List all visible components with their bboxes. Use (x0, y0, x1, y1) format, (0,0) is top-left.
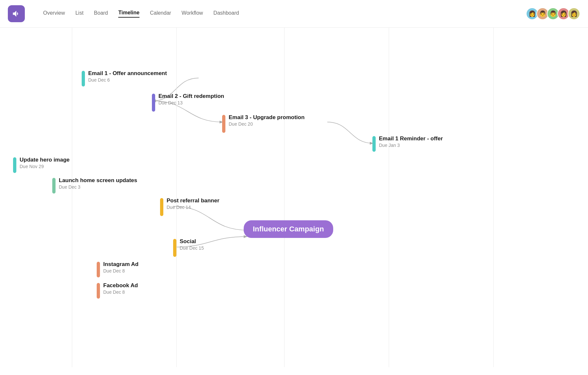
header: OverviewListBoardTimelineCalendarWorkflo… (0, 0, 588, 28)
task-item-email3[interactable]: Email 3 - Upgrade promotionDue Dec 20 (222, 114, 304, 133)
task-bar-facebook (97, 283, 100, 299)
task-item-email1r[interactable]: Email 1 Reminder - offerDue Jan 3 (372, 135, 443, 152)
task-bar-email1 (82, 71, 85, 86)
app-container: OverviewListBoardTimelineCalendarWorkflo… (0, 0, 588, 367)
task-due-email1: Due Dec 6 (88, 77, 167, 83)
avatar-user5: 👩 (568, 8, 580, 20)
nav-item-dashboard[interactable]: Dashboard (213, 10, 239, 17)
megaphone-icon (12, 9, 21, 18)
task-item-instagram[interactable]: Instagram AdDue Dec 8 (97, 261, 139, 277)
task-name-referral: Post referral banner (167, 197, 220, 204)
task-item-launch[interactable]: Launch home screen updatesDue Dec 3 (52, 177, 137, 194)
task-bar-instagram (97, 262, 100, 277)
task-name-launch: Launch home screen updates (59, 177, 137, 184)
task-due-email3: Due Dec 20 (229, 121, 304, 127)
task-due-referral: Due Dec 14 (167, 205, 220, 210)
task-name-facebook: Facebook Ad (103, 282, 138, 289)
task-name-instagram: Instagram Ad (103, 261, 139, 268)
nav-item-workflow[interactable]: Workflow (182, 10, 203, 17)
task-due-email2: Due Dec 13 (158, 100, 224, 105)
task-name-email1: Email 1 - Offer announcement (88, 70, 167, 77)
task-name-hero: Update hero image (20, 157, 70, 163)
task-item-email1[interactable]: Email 1 - Offer announcementDue Dec 6 (82, 70, 167, 86)
task-item-referral[interactable]: Post referral bannerDue Dec 14 (160, 197, 220, 216)
task-bar-hero (13, 157, 16, 173)
timeline-area: Email 1 - Offer announcementDue Dec 6Ema… (0, 28, 588, 367)
avatar-group: 👩👨👨👩👩 (526, 8, 580, 20)
task-bar-launch (52, 178, 56, 194)
task-bar-email1r (372, 136, 376, 152)
task-name-social: Social (180, 238, 204, 245)
arrow-email3-reminder (327, 122, 373, 143)
nav-item-list[interactable]: List (75, 10, 84, 17)
task-due-hero: Due Nov 29 (20, 164, 70, 169)
task-item-email2[interactable]: Email 2 - Gift redemptionDue Dec 13 (152, 93, 224, 112)
task-item-hero[interactable]: Update hero imageDue Nov 29 (13, 157, 70, 173)
grid-line (72, 28, 72, 367)
influencer-campaign-badge[interactable]: Influencer Campaign (244, 220, 333, 238)
task-due-launch: Due Dec 3 (59, 184, 137, 190)
nav-item-timeline[interactable]: Timeline (118, 10, 139, 18)
task-due-email1r: Due Jan 3 (379, 143, 443, 148)
task-item-social[interactable]: SocialDue Dec 15 (173, 238, 204, 257)
logo (8, 5, 25, 22)
task-bar-social (173, 239, 176, 257)
task-name-email2: Email 2 - Gift redemption (158, 93, 224, 100)
task-bar-email3 (222, 115, 225, 133)
nav-item-overview[interactable]: Overview (43, 10, 65, 17)
task-bar-referral (160, 198, 163, 216)
task-item-facebook[interactable]: Facebook AdDue Dec 8 (97, 282, 138, 299)
task-due-facebook: Due Dec 8 (103, 289, 138, 295)
main-nav: OverviewListBoardTimelineCalendarWorkflo… (43, 10, 239, 18)
nav-item-board[interactable]: Board (94, 10, 108, 17)
grid-line (389, 28, 389, 367)
grid-line (493, 28, 494, 367)
grid-line (284, 28, 285, 367)
task-name-email3: Email 3 - Upgrade promotion (229, 114, 304, 121)
task-due-social: Due Dec 15 (180, 245, 204, 251)
task-name-email1r: Email 1 Reminder - offer (379, 135, 443, 142)
nav-item-calendar[interactable]: Calendar (150, 10, 171, 17)
task-due-instagram: Due Dec 8 (103, 268, 139, 273)
task-bar-email2 (152, 94, 155, 112)
